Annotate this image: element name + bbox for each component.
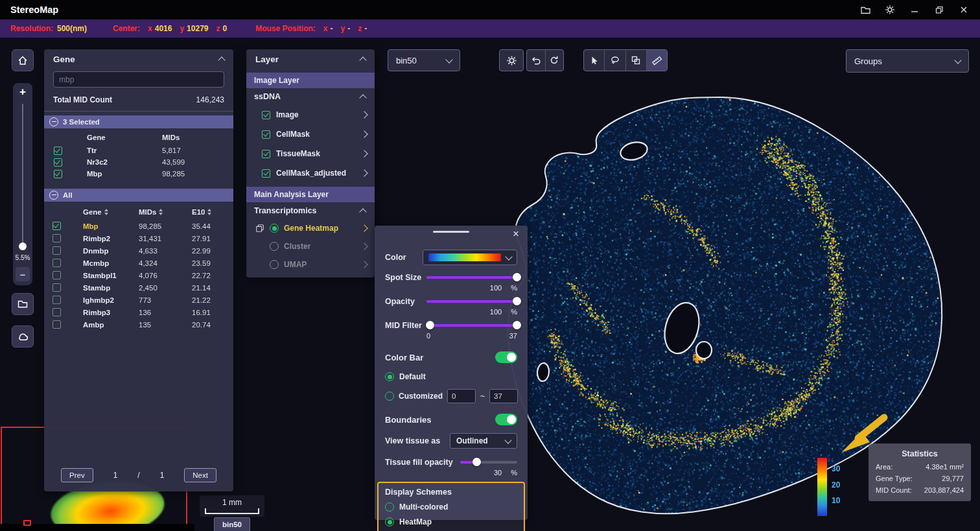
all-section-header[interactable]: All xyxy=(44,189,233,202)
checkbox-icon[interactable] xyxy=(52,296,61,304)
checkbox-icon[interactable] xyxy=(52,234,61,242)
gene-row[interactable]: Mbp 98,285 35.44 xyxy=(44,220,233,232)
collapse-section-icon[interactable] xyxy=(49,191,58,200)
restore-icon[interactable] xyxy=(933,4,945,16)
mid-filter-range-slider[interactable] xyxy=(426,321,517,330)
transcriptomics-section[interactable]: Transcriptomics xyxy=(246,202,375,219)
close-popup-button[interactable]: × xyxy=(513,228,519,241)
zoom-in-button[interactable]: + xyxy=(13,86,32,99)
view-tissue-dropdown[interactable]: Outlined xyxy=(450,433,517,449)
checkbox-icon[interactable] xyxy=(52,283,61,292)
sort-icon[interactable] xyxy=(207,209,211,215)
checkbox-icon[interactable] xyxy=(52,320,61,329)
open-project-button[interactable] xyxy=(12,293,34,315)
checkbox-checked-icon[interactable] xyxy=(262,111,270,119)
opacity-slider[interactable] xyxy=(426,297,517,306)
zoom-slider-track[interactable] xyxy=(22,104,23,245)
column-e10-sortable[interactable]: E10 xyxy=(178,208,233,216)
open-file-icon[interactable] xyxy=(859,4,871,16)
checkbox-checked-icon[interactable] xyxy=(52,222,61,230)
checkbox-checked-icon[interactable] xyxy=(54,147,62,155)
sort-icon[interactable] xyxy=(104,209,108,215)
slider-handle[interactable] xyxy=(513,273,521,281)
chevron-right-icon[interactable] xyxy=(360,130,368,137)
selected-gene-row[interactable]: Nr3c2 43,599 xyxy=(44,156,233,168)
checkbox-checked-icon[interactable] xyxy=(54,158,62,167)
checkbox-icon[interactable] xyxy=(52,308,61,316)
tissue-fill-slider[interactable] xyxy=(460,458,517,467)
collapse-panel-icon[interactable] xyxy=(359,56,366,64)
gene-row[interactable]: Rimbp3 136 16.91 xyxy=(44,306,233,318)
lasso-tool-button[interactable] xyxy=(604,50,625,71)
undo-button[interactable] xyxy=(527,50,545,71)
image-layer-header[interactable]: Image Layer xyxy=(246,73,375,88)
pointer-tool-button[interactable] xyxy=(584,50,604,71)
sort-icon[interactable] xyxy=(159,209,163,215)
collapse-section-icon[interactable] xyxy=(359,208,366,215)
prev-page-button[interactable]: Prev xyxy=(61,468,93,482)
chevron-right-icon[interactable] xyxy=(360,224,368,231)
zoom-slider-handle[interactable] xyxy=(19,242,27,250)
default-option[interactable]: Default xyxy=(375,372,528,381)
next-page-button[interactable]: Next xyxy=(184,468,216,482)
bin-size-dropdown[interactable]: bin50 xyxy=(388,49,460,71)
drag-handle[interactable] xyxy=(433,231,469,233)
radio-selected-icon[interactable] xyxy=(270,224,279,233)
checkbox-icon[interactable] xyxy=(52,271,61,279)
gear-icon[interactable] xyxy=(884,4,896,16)
customized-max-input[interactable] xyxy=(489,389,518,403)
checkbox-checked-icon[interactable] xyxy=(262,130,270,139)
collapse-section-icon[interactable] xyxy=(359,94,366,101)
selected-section-header[interactable]: 3 Selected xyxy=(44,115,233,128)
range-max-handle[interactable] xyxy=(513,321,521,329)
boundaries-toggle[interactable] xyxy=(495,414,517,425)
gene-row[interactable]: Stambp 2,450 21.14 xyxy=(44,281,233,294)
chevron-right-icon[interactable] xyxy=(360,111,368,118)
range-min-handle[interactable] xyxy=(426,321,434,329)
multi-colored-option[interactable]: Multi-colored xyxy=(385,502,517,512)
minimize-icon[interactable] xyxy=(909,4,920,16)
layer-item-cluster[interactable]: Cluster xyxy=(246,237,375,255)
selected-gene-row[interactable]: Ttr 5,817 xyxy=(44,145,233,156)
layer-item-image[interactable]: Image xyxy=(246,105,375,124)
slider-handle[interactable] xyxy=(513,297,521,305)
checkbox-checked-icon[interactable] xyxy=(54,170,62,178)
reset-view-button[interactable] xyxy=(545,50,564,71)
region-merge-tool-button[interactable] xyxy=(625,50,646,71)
selected-gene-row[interactable]: Mbp 98,285 xyxy=(44,168,233,180)
slider-handle[interactable] xyxy=(472,458,481,466)
color-bar-toggle[interactable] xyxy=(495,351,517,363)
color-scheme-dropdown[interactable] xyxy=(423,250,517,265)
gene-row[interactable]: Ambp 135 20.74 xyxy=(44,318,233,331)
close-icon[interactable] xyxy=(958,4,970,16)
gene-row[interactable]: Mcmbp 4,324 23.59 xyxy=(44,257,233,269)
ssdna-section[interactable]: ssDNA xyxy=(246,88,375,105)
checkbox-icon[interactable] xyxy=(52,259,61,267)
layer-item-tissuemask[interactable]: TissueMask xyxy=(246,144,375,163)
layer-item-cellmask-adjusted[interactable]: CellMask_adjusted xyxy=(246,163,375,183)
checkbox-checked-icon[interactable] xyxy=(262,169,270,178)
checkbox-icon[interactable] xyxy=(52,246,61,255)
collapse-panel-icon[interactable] xyxy=(218,56,225,64)
column-gene-sortable[interactable]: Gene xyxy=(69,208,124,216)
groups-dropdown[interactable]: Groups xyxy=(846,49,969,73)
column-mids-sortable[interactable]: MIDs xyxy=(124,208,178,216)
cloud-export-button[interactable] xyxy=(12,325,34,348)
layer-item-gene-heatmap[interactable]: Gene Heatmap xyxy=(246,219,375,237)
main-analysis-layer-header[interactable]: Main Analysis Layer xyxy=(246,187,375,202)
customized-option[interactable]: Customized ~ xyxy=(375,389,528,403)
radio-icon[interactable] xyxy=(385,392,394,401)
gene-search-input[interactable] xyxy=(53,71,224,88)
gene-row[interactable]: Stambpl1 4,076 22.72 xyxy=(44,269,233,281)
spot-size-slider[interactable] xyxy=(426,273,517,282)
gene-row[interactable]: Dnmbp 4,633 22.99 xyxy=(44,244,233,257)
gene-row[interactable]: Rimbp2 31,431 27.91 xyxy=(44,232,233,244)
view-settings-button[interactable] xyxy=(500,50,523,71)
chevron-right-icon[interactable] xyxy=(360,169,368,176)
layer-item-cellmask[interactable]: CellMask xyxy=(246,124,375,144)
home-button[interactable] xyxy=(12,49,34,71)
current-page[interactable]: 1 xyxy=(113,471,118,480)
radio-icon[interactable] xyxy=(385,502,394,512)
radio-selected-icon[interactable] xyxy=(385,517,394,526)
radio-selected-icon[interactable] xyxy=(385,372,394,381)
